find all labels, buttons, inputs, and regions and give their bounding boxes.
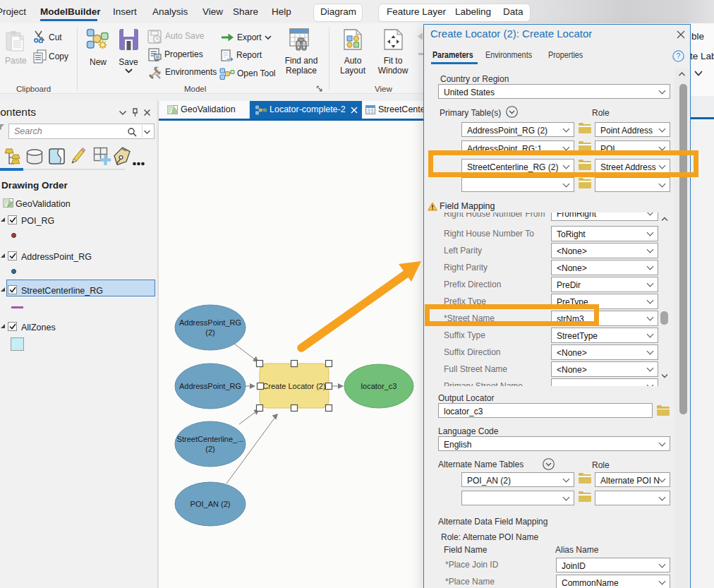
svg-text:locator_c3: locator_c3 [361,382,397,390]
svg-text:Create Locator (2): Create Locator (2) [262,382,325,390]
svg-text:AddressPoint_RG: AddressPoint_RG [179,318,241,327]
svg-text:(2): (2) [205,328,214,337]
svg-text:(2): (2) [205,445,214,453]
svg-text:?: ? [677,52,681,60]
svg-text:AddressPoint_RG: AddressPoint_RG [179,382,241,390]
svg-text:StreetCenterline_...: StreetCenterline_... [177,435,244,443]
svg-text:POI_AN (2): POI_AN (2) [190,500,231,508]
